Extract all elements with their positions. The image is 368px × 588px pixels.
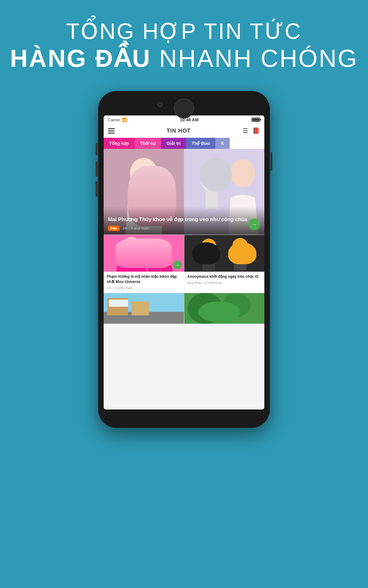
header-line2: HÀNG ĐẦU NHANH CHÓNG — [0, 44, 368, 73]
status-bar: Carrier 📶 10:48 AM — [104, 115, 264, 124]
article-grid: → Phạm Hương là mỹ nhân mặc bikini đẹp n… — [104, 235, 264, 293]
category-tabs: Tổng hợp Thời sự Giải trí Thể thao K — [104, 138, 264, 149]
app-title: TIN HOT — [167, 128, 191, 134]
svg-rect-15 — [234, 253, 246, 271]
phone-screen: Carrier 📶 10:48 AM TIN HOT — [104, 115, 264, 409]
header-line2-bold: HÀNG ĐẦU — [10, 45, 151, 72]
tab-giaitri[interactable]: Giải trí — [161, 138, 186, 149]
article-title-2: Anonymous khởi động ngày trêu chọc IS — [187, 274, 262, 279]
tab-thethao[interactable]: Thể thao — [186, 138, 216, 149]
svg-point-2 — [131, 158, 157, 187]
svg-rect-6 — [206, 190, 218, 209]
battery-icon — [251, 118, 260, 122]
phone-mockup: Carrier 📶 10:48 AM TIN HOT — [0, 91, 368, 428]
volume-up-button — [96, 161, 98, 177]
tab-more[interactable]: K — [215, 138, 229, 149]
page-background: TỔNG HỢP TIN TỨC HÀNG ĐẦU NHANH CHÓNG Ca… — [0, 0, 368, 588]
svg-rect-13 — [202, 253, 215, 271]
svg-point-7 — [230, 159, 255, 187]
header-line2-normal: NHANH CHÓNG — [159, 45, 358, 72]
bottom-thumb-2 — [184, 293, 265, 324]
page-header: TỔNG HỢP TIN TỨC HÀNG ĐẦU NHANH CHÓNG — [0, 0, 368, 82]
featured-meta: Đẹp 24h | 9 phút trước — [108, 226, 260, 231]
bottom-card-2[interactable] — [184, 293, 265, 324]
bookmark-icon[interactable]: 📕 — [252, 127, 260, 134]
wifi-icon: 📶 — [122, 118, 127, 122]
svg-point-5 — [201, 167, 223, 192]
bottom-thumb-1 — [104, 293, 184, 324]
battery-fill — [252, 119, 259, 121]
featured-tag: Đẹp — [108, 226, 120, 231]
article-info-1: Phạm Hương là mỹ nhân mặc bikini đẹp nhấ… — [104, 272, 184, 293]
article-card-2[interactable]: Anonymous khởi động ngày trêu chọc IS Zi… — [184, 235, 265, 293]
content-area: Mai Phương Thúy khoe vẻ đẹp trong veo nh… — [104, 149, 264, 409]
svg-rect-11 — [184, 235, 265, 272]
hamburger-line2 — [108, 130, 115, 131]
status-time: 10:48 AM — [180, 117, 198, 122]
svg-rect-19 — [132, 301, 149, 315]
status-left: Carrier 📶 — [108, 118, 127, 122]
article-card-1[interactable]: → Phạm Hương là mỹ nhân mặc bikini đẹp n… — [104, 235, 184, 293]
camera-lens — [158, 102, 163, 107]
bottom-row — [104, 293, 264, 324]
volume-down-button — [96, 181, 98, 197]
next-article-button[interactable]: → — [248, 219, 260, 230]
tab-thoisu[interactable]: Thời sự — [135, 138, 161, 149]
featured-article[interactable]: Mai Phương Thúy khoe vẻ đẹp trong veo nh… — [104, 149, 264, 235]
header-right-icons: ☰ 📕 — [243, 127, 260, 134]
hamburger-line1 — [108, 128, 115, 129]
featured-overlay: Mai Phương Thúy khoe vẻ đẹp trong veo nh… — [104, 207, 264, 235]
carrier-label: Carrier — [108, 118, 120, 122]
svg-rect-8 — [104, 235, 184, 272]
svg-point-9 — [122, 237, 141, 259]
article-info-2: Anonymous khởi động ngày trêu chọc IS Zi… — [184, 272, 265, 288]
list-view-icon[interactable]: ☰ — [243, 127, 248, 134]
svg-rect-21 — [109, 300, 128, 306]
featured-source: 24h | 9 phút trước — [123, 226, 149, 230]
article-next-1[interactable]: → — [173, 261, 182, 269]
svg-point-10 — [150, 239, 169, 261]
bottom-card-1[interactable] — [104, 293, 184, 324]
app-header: TIN HOT ☰ 📕 — [104, 124, 264, 138]
tab-tonghop[interactable]: Tổng hợp — [104, 138, 135, 149]
svg-rect-3 — [133, 186, 155, 189]
power-button — [270, 152, 272, 171]
volume-silent-button — [96, 143, 98, 155]
phone-body: Carrier 📶 10:48 AM TIN HOT — [98, 91, 270, 428]
article-thumb-1: → — [104, 235, 184, 272]
header-line1: TỔNG HỢP TIN TỨC — [0, 18, 368, 44]
article-source-1: 24h | 10 phút trước — [107, 286, 181, 290]
article-source-2: Zing News | 12 phút trước — [187, 281, 262, 285]
svg-point-25 — [198, 301, 240, 322]
article-thumb-2 — [184, 235, 265, 272]
svg-point-12 — [201, 239, 216, 254]
hamburger-menu-button[interactable] — [108, 128, 115, 134]
svg-point-14 — [232, 238, 247, 253]
article-title-1: Phạm Hương là mỹ nhân mặc bikini đẹp nhấ… — [107, 274, 181, 285]
hamburger-line3 — [108, 133, 115, 134]
featured-title: Mai Phương Thúy khoe vẻ đẹp trong veo nh… — [108, 216, 260, 223]
